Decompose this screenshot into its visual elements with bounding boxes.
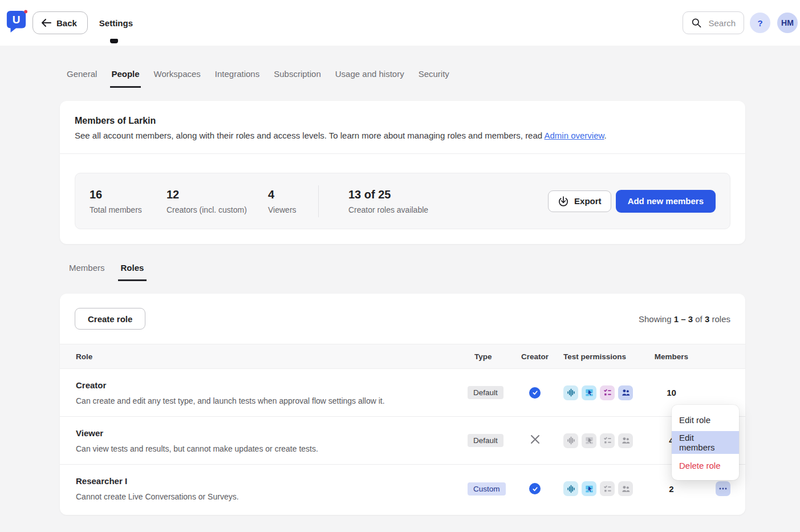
search-label: Search: [708, 18, 736, 28]
member-count: 2: [639, 484, 704, 494]
members-stats-bar: 16 Total members 12 Creators (incl. cust…: [75, 173, 730, 229]
x-mark-icon: [530, 434, 541, 447]
stat-viewers: 4 Viewers: [268, 188, 318, 214]
tab-general[interactable]: General: [66, 69, 98, 88]
check-circle-icon: [529, 387, 541, 399]
stat-creators: 12 Creators (incl. custom): [167, 188, 268, 214]
stats-divider: [318, 185, 319, 217]
settings-tab-bar: General People Workspaces Integrations S…: [66, 69, 450, 88]
recording-test-icon: [563, 481, 578, 496]
members-card-header: Members of Larkin See all account member…: [60, 101, 745, 154]
search-button[interactable]: Search: [683, 11, 744, 34]
role-context-menu: Edit role Edit members Delete role: [672, 405, 739, 480]
survey-icon: [600, 433, 615, 448]
column-header-creator: Creator: [512, 352, 558, 361]
stat-value: 12: [167, 188, 268, 201]
tab-security[interactable]: Security: [417, 69, 450, 88]
stat-label: Creator roles available: [348, 205, 428, 214]
admin-overview-link[interactable]: Admin overview: [545, 131, 604, 140]
table-row-viewer: Viewer Can view tests and results, but c…: [60, 417, 745, 465]
tab-people[interactable]: People: [110, 69, 140, 88]
members-card-description: See all account members, along with thei…: [75, 131, 729, 140]
add-new-members-button[interactable]: Add new members: [616, 190, 716, 213]
column-header-type: Type: [468, 352, 512, 361]
member-count: 10: [639, 388, 704, 397]
page-title: Settings: [99, 18, 133, 28]
search-icon: [691, 17, 701, 29]
table-row-researcher-i: Researcher I Cannot create Live Conversa…: [60, 465, 745, 513]
back-label: Back: [56, 18, 77, 28]
stat-label: Total members: [90, 205, 167, 214]
top-bar: U Back Settings Search ? HM: [0, 0, 800, 46]
sub-tab-members[interactable]: Members: [66, 263, 108, 281]
column-header-test-permissions: Test permissions: [558, 352, 639, 361]
svg-text:U: U: [13, 14, 21, 26]
role-more-options-button[interactable]: [716, 481, 730, 496]
role-description: Can view tests and results, but cannot m…: [76, 444, 468, 453]
survey-icon: [600, 385, 615, 400]
roles-table-card: Create role Showing 1 – 3 of 3 roles Rol…: [60, 294, 745, 515]
sub-tab-roles[interactable]: Roles: [118, 263, 147, 281]
download-icon: [558, 196, 569, 207]
role-type-badge: Default: [468, 434, 503, 447]
live-conversation-icon: [618, 433, 633, 448]
tab-integrations[interactable]: Integrations: [214, 69, 261, 88]
tab-subscription[interactable]: Subscription: [273, 69, 322, 88]
prototype-test-icon: [582, 385, 596, 400]
role-name: Creator: [76, 380, 468, 390]
survey-icon: [600, 481, 615, 496]
back-arrow-icon: [41, 18, 51, 27]
usertesting-logo-icon: U: [6, 10, 27, 34]
prototype-test-icon: [582, 481, 596, 496]
check-circle-icon: [529, 483, 541, 494]
table-row-creator: Creator Can create and edit any test typ…: [60, 369, 745, 417]
live-conversation-icon: [618, 481, 633, 496]
recording-test-icon: [563, 433, 578, 448]
settings-page: U Back Settings Search ? HM General Peop…: [0, 0, 800, 532]
role-description: Can create and edit any test type, and l…: [76, 396, 468, 405]
menu-item-delete-role[interactable]: Delete role: [672, 454, 739, 477]
role-type-badge: Custom: [468, 482, 506, 496]
members-card-title: Members of Larkin: [75, 116, 729, 126]
roles-card-toolbar: Create role Showing 1 – 3 of 3 roles: [60, 294, 745, 344]
role-name: Viewer: [76, 428, 468, 438]
prototype-test-icon: [582, 433, 596, 448]
create-role-button[interactable]: Create role: [75, 308, 145, 330]
clipped-page-heading-descender: [110, 39, 118, 43]
table-header-row: Role Type Creator Test permissions Membe…: [60, 344, 745, 369]
showing-count: Showing 1 – 3 of 3 roles: [639, 314, 730, 324]
column-header-role: Role: [76, 352, 468, 361]
stat-value: 4: [268, 188, 318, 201]
people-sub-tabs: Members Roles: [66, 263, 147, 281]
menu-item-edit-role[interactable]: Edit role: [672, 408, 739, 431]
ellipsis-icon: [719, 488, 727, 490]
role-name: Researcher I: [76, 476, 468, 486]
stat-value: 13 of 25: [348, 188, 428, 201]
role-type-badge: Default: [468, 386, 503, 399]
export-label: Export: [574, 196, 602, 206]
stat-label: Creators (incl. custom): [167, 205, 268, 214]
stat-total-members: 16 Total members: [90, 188, 167, 214]
avatar[interactable]: HM: [777, 13, 798, 33]
column-header-members: Members: [639, 352, 704, 361]
stat-label: Viewers: [268, 205, 318, 214]
live-conversation-icon: [618, 385, 633, 400]
tab-usage-and-history[interactable]: Usage and history: [334, 69, 405, 88]
recording-test-icon: [563, 385, 578, 400]
members-overview-card: Members of Larkin See all account member…: [60, 101, 745, 244]
back-button[interactable]: Back: [33, 11, 88, 34]
tab-workspaces[interactable]: Workspaces: [153, 69, 202, 88]
role-description: Cannot create Live Conversations or Surv…: [76, 492, 468, 501]
stat-creator-roles-available: 13 of 25 Creator roles available: [348, 188, 428, 214]
help-button[interactable]: ?: [750, 13, 770, 33]
menu-item-edit-members[interactable]: Edit members: [672, 431, 739, 454]
stat-value: 16: [90, 188, 167, 201]
export-button[interactable]: Export: [548, 190, 611, 212]
